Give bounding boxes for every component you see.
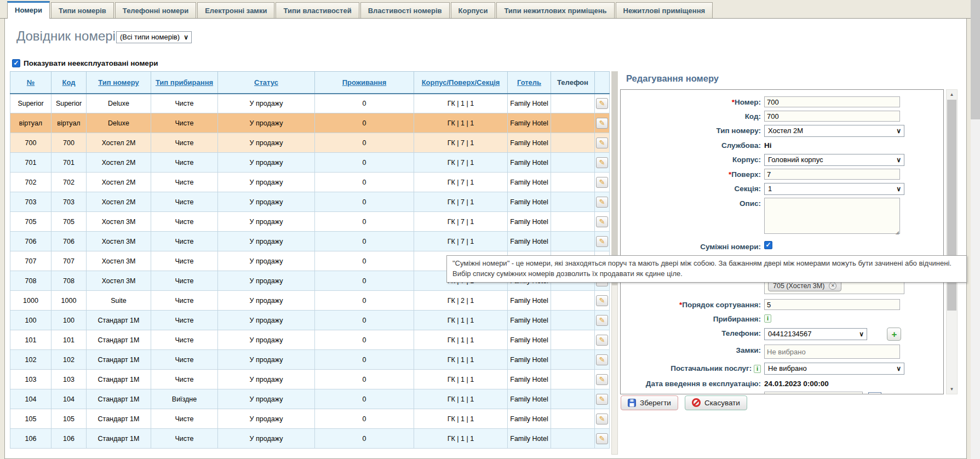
cell-cleaning: Чисте: [151, 173, 218, 192]
provider-select[interactable]: Не вибрано∨: [764, 363, 904, 375]
edit-row-button[interactable]: ✎: [596, 374, 608, 385]
edit-row-button[interactable]: ✎: [596, 354, 608, 365]
remove-tag-icon[interactable]: ✕: [829, 282, 836, 290]
cell-type: Хостел 2М: [87, 192, 151, 212]
edit-row-button[interactable]: ✎: [596, 216, 608, 227]
add-phone-button[interactable]: +: [887, 328, 901, 341]
cell-code: 706: [51, 232, 87, 251]
page-scrollbar[interactable]: [971, 0, 980, 459]
cell-cleaning: Чисте: [151, 350, 218, 370]
info-icon[interactable]: i: [764, 314, 771, 323]
locks-input[interactable]: [764, 345, 900, 359]
table-row[interactable]: 703703Хостел 2МЧистеУ продажу0ГК | 7 | 1…: [10, 192, 610, 212]
description-textarea[interactable]: [764, 198, 900, 234]
edit-row-button[interactable]: ✎: [596, 118, 608, 129]
tab-room-properties[interactable]: Властивості номерів: [360, 2, 450, 18]
resize-handle-icon[interactable]: ◢: [896, 230, 899, 235]
table-row[interactable]: 705705Хостел 3МЧистеУ продажу0ГК | 7 | 1…: [10, 212, 610, 232]
phones-select[interactable]: 04412134567∨: [764, 328, 867, 340]
table-row[interactable]: 101101Стандарт 1МЧистеУ продажу0ГК | 1 |…: [10, 330, 610, 350]
tab-buildings[interactable]: Корпуси: [451, 2, 496, 18]
tab-property-types[interactable]: Типи властивостей: [276, 2, 359, 18]
column-sort-type[interactable]: Тип номеру: [98, 78, 139, 87]
cell-location: ГК | 1 | 1: [414, 311, 508, 330]
column-sort-location[interactable]: Корпус/Поверх/Секція: [422, 78, 500, 87]
cell-location: ГК | 1 | 1: [414, 409, 508, 429]
table-row[interactable]: 105105Стандарт 1МЧистеУ продажу0ГК | 1 |…: [10, 409, 610, 429]
edit-row-button[interactable]: ✎: [596, 157, 608, 168]
adjacent-checkbox[interactable]: ✓: [764, 241, 772, 249]
room-type-label: Тип номеру:: [621, 125, 764, 136]
sort-order-input[interactable]: [764, 299, 900, 310]
cell-no: 707: [10, 251, 51, 271]
column-sort-cleaning[interactable]: Тип прибирання: [156, 78, 213, 87]
tab-electronic-locks[interactable]: Електронні замки: [197, 2, 274, 18]
table-row[interactable]: 701701Хостел 2МЧистеУ продажу0ГК | 7 | 1…: [10, 153, 610, 173]
table-row[interactable]: 102102Стандарт 1МЧистеУ продажу0ГК | 1 |…: [10, 350, 610, 370]
scroll-down-icon[interactable]: ▼: [947, 385, 957, 394]
form-scrollbar[interactable]: ▲ ▼: [946, 89, 958, 394]
edit-row-button[interactable]: ✎: [596, 433, 608, 444]
section-select[interactable]: 1∨: [764, 183, 904, 195]
scroll-up-icon[interactable]: ▲: [947, 90, 957, 99]
table-row[interactable]: 106106Стандарт 1МЧистеУ продажу0ГК | 1 |…: [10, 429, 610, 449]
edit-row-button[interactable]: ✎: [596, 394, 608, 405]
column-sort-hotel[interactable]: Готель: [517, 78, 541, 87]
cell-code: Superior: [51, 94, 87, 113]
page-scrollbar-thumb[interactable]: [971, 0, 980, 119]
cell-status: У продажу: [218, 153, 315, 173]
code-input[interactable]: [764, 111, 900, 122]
column-sort-living[interactable]: Проживання: [342, 78, 387, 87]
table-row[interactable]: 104104Стандарт 1МВиїзднеУ продажу0ГК | 1…: [10, 389, 610, 409]
edit-row-button[interactable]: ✎: [596, 335, 608, 346]
table-row[interactable]: 702702Хостел 2МЧистеУ продажу0ГК | 7 | 1…: [10, 173, 610, 192]
cell-cleaning: Чисте: [151, 133, 218, 153]
cell-hotel: Family Hotel: [508, 232, 551, 251]
save-button[interactable]: Зберегти: [621, 395, 678, 410]
save-floppy-icon: [628, 399, 636, 407]
room-type-filter-value: (Всі типи номерів): [120, 33, 180, 41]
column-sort-code[interactable]: Код: [62, 78, 76, 87]
floor-input[interactable]: [764, 169, 900, 180]
cell-hotel: Family Hotel: [508, 311, 551, 330]
decommissioned-input[interactable]: [764, 392, 863, 394]
tab-nonresidential[interactable]: Нежитлові приміщення: [616, 2, 713, 18]
tab-nonresidential-types[interactable]: Типи нежитлових приміщень: [496, 2, 614, 18]
tab-rooms[interactable]: Номери: [7, 1, 50, 19]
table-row[interactable]: SuperiorSuperiorDeluxeЧистеУ продажу0ГК …: [10, 94, 610, 113]
table-row[interactable]: 700700Хостел 2МЧистеУ продажу0ГК | 7 | 1…: [10, 133, 610, 153]
cell-status: У продажу: [218, 271, 315, 291]
edit-row-button[interactable]: ✎: [596, 295, 608, 306]
room-type-select[interactable]: Хостел 2М∨: [764, 125, 904, 137]
room-type-filter-select[interactable]: (Всі типи номерів) ∨: [116, 31, 192, 43]
table-row[interactable]: 706706Хостел 3МЧистеУ продажу0ГК | 7 | 1…: [10, 232, 610, 251]
show-unused-label[interactable]: Показувати неексплуатовані номери: [24, 59, 158, 67]
info-icon[interactable]: i: [754, 365, 761, 373]
table-row[interactable]: 103103Стандарт 1МЧистеУ продажу0ГК | 1 |…: [10, 370, 610, 389]
building-select[interactable]: Головний корпус∨: [764, 154, 904, 166]
number-input[interactable]: [764, 96, 900, 107]
edit-row-button[interactable]: ✎: [596, 137, 608, 148]
table-scrollbar-thumb[interactable]: [612, 72, 617, 285]
tab-phone-numbers[interactable]: Телефонні номери: [115, 2, 196, 18]
edit-row-button[interactable]: ✎: [596, 414, 608, 424]
table-row[interactable]: віртуалвіртуалDeluxeЧистеУ продажу0ГК | …: [10, 113, 610, 133]
plus-icon: +: [891, 329, 897, 340]
cancel-button[interactable]: Скасувати: [685, 395, 747, 410]
table-row[interactable]: 10001000SuiteЧистеУ продажу0ГК | 2 | 1Fa…: [10, 291, 610, 311]
column-sort-no[interactable]: №: [27, 78, 35, 87]
table-row[interactable]: 100100Стандарт 1МЧистеУ продажу0ГК | 1 |…: [10, 311, 610, 330]
cell-cleaning: Чисте: [151, 311, 218, 330]
edit-row-button[interactable]: ✎: [596, 197, 608, 208]
edit-row-button[interactable]: ✎: [596, 98, 608, 109]
edit-row-button[interactable]: ✎: [596, 177, 608, 188]
column-sort-status[interactable]: Статус: [254, 78, 278, 87]
building-label: Корпус:: [621, 154, 764, 165]
cell-no: 106: [10, 429, 51, 449]
edit-row-button[interactable]: ✎: [596, 315, 608, 326]
pencil-icon: ✎: [599, 119, 605, 127]
edit-row-button[interactable]: ✎: [596, 236, 608, 247]
calendar-icon[interactable]: [868, 392, 881, 394]
tab-room-types[interactable]: Типи номерів: [51, 2, 114, 18]
show-unused-checkbox[interactable]: ✓: [12, 59, 20, 67]
